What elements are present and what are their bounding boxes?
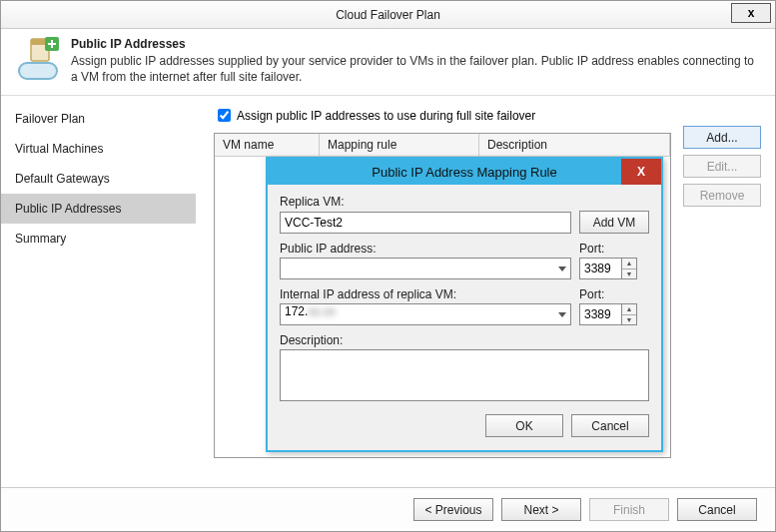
modal-title: Public IP Address Mapping Rule [372,165,556,180]
sidebar-item-virtual-machines[interactable]: Virtual Machines [1,134,196,164]
edit-button: Edit... [683,155,761,178]
assign-ip-checkbox-label: Assign public IP addresses to use during… [237,109,535,123]
column-description[interactable]: Description [479,134,670,157]
replica-vm-label: Replica VM: [280,195,649,209]
internal-port-spinner[interactable]: 3389 ▲▼ [579,303,649,325]
window-title: Cloud Failover Plan [336,8,440,22]
internal-port-label: Port: [579,287,649,301]
replica-vm-input[interactable] [280,212,571,234]
public-port-label: Port: [579,242,649,256]
table-header: VM name Mapping rule Description [215,134,670,157]
add-vm-button[interactable]: Add VM [579,211,649,234]
public-ip-label: Public IP address: [280,242,571,256]
sidebar-item-failover-plan[interactable]: Failover Plan [1,104,196,134]
sidebar-item-label: Public IP Addresses [15,202,122,216]
chevron-down-icon[interactable]: ▼ [622,269,636,279]
assign-ip-checkbox-row: Assign public IP addresses to use during… [214,106,761,125]
internal-ip-value: 172.xx.xx [285,304,336,318]
finish-button: Finish [589,498,669,521]
internal-ip-combobox[interactable]: 172.xx.xx [280,303,571,325]
modal-close-button[interactable]: X [621,159,661,185]
wizard-window: Cloud Failover Plan x Public IP Addresse… [0,0,776,532]
column-vm-name[interactable]: VM name [215,134,320,157]
next-button[interactable]: Next > [501,498,581,521]
chevron-up-icon[interactable]: ▲ [622,259,636,269]
chevron-down-icon[interactable]: ▼ [622,315,636,325]
table-side-buttons: Add... Edit... Remove [683,126,761,207]
modal-titlebar: Public IP Address Mapping Rule X [268,159,661,185]
remove-button: Remove [683,184,761,207]
description-label: Description: [280,333,649,347]
modal-body: Replica VM: Add VM Public IP address: Po… [268,185,661,414]
close-icon: X [637,165,645,179]
sidebar-item-label: Default Gateways [15,172,110,186]
header-section: Public IP Addresses Assign public IP add… [1,29,775,96]
header-description: Assign public IP addresses supplied by y… [71,53,761,85]
internal-port-value[interactable]: 3389 [579,303,621,325]
cancel-button[interactable]: Cancel [677,498,757,521]
close-icon: x [748,6,755,20]
add-button[interactable]: Add... [683,126,761,149]
public-ip-combobox[interactable] [280,258,571,279]
modal-cancel-button[interactable]: Cancel [571,414,649,437]
window-close-button[interactable]: x [731,3,771,23]
header-icon [15,37,61,83]
ip-mapping-rule-dialog: Public IP Address Mapping Rule X Replica… [266,157,663,452]
sidebar-item-label: Summary [15,232,66,246]
sidebar-item-label: Virtual Machines [15,142,104,156]
svg-rect-5 [48,43,56,45]
spinner-arrows[interactable]: ▲▼ [621,303,637,325]
wizard-sidebar: Failover Plan Virtual Machines Default G… [1,96,196,481]
svg-rect-0 [19,63,57,79]
description-textarea[interactable] [280,349,649,401]
header-title: Public IP Addresses [71,37,761,51]
sidebar-item-public-ip-addresses[interactable]: Public IP Addresses [1,194,196,224]
wizard-footer: < Previous Next > Finish Cancel [1,487,775,531]
modal-footer: OK Cancel [268,414,661,445]
internal-ip-label: Internal IP address of replica VM: [280,287,571,301]
previous-button[interactable]: < Previous [413,498,493,521]
sidebar-item-summary[interactable]: Summary [1,224,196,254]
sidebar-item-label: Failover Plan [15,112,85,126]
chevron-up-icon[interactable]: ▲ [622,304,636,315]
assign-ip-checkbox[interactable] [218,109,231,122]
public-port-value[interactable]: 3389 [579,258,621,279]
titlebar: Cloud Failover Plan x [1,1,775,29]
spinner-arrows[interactable]: ▲▼ [621,258,637,279]
ok-button[interactable]: OK [485,414,563,437]
public-port-spinner[interactable]: 3389 ▲▼ [579,258,649,279]
sidebar-item-default-gateways[interactable]: Default Gateways [1,164,196,194]
column-mapping-rule[interactable]: Mapping rule [320,134,479,157]
header-text: Public IP Addresses Assign public IP add… [71,37,761,85]
